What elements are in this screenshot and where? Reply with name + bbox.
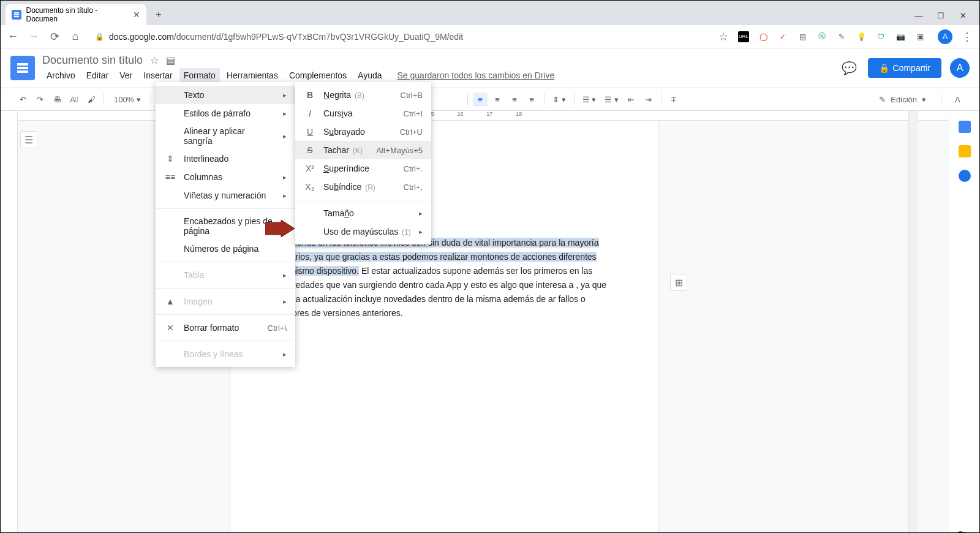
bookmark-star-button[interactable]: ☆ — [717, 30, 729, 43]
url-field[interactable]: 🔒 docs.google.com/document/d/1gf5wh9PPLw… — [90, 32, 709, 42]
ext-icon[interactable]: ▤ — [797, 31, 808, 42]
menu-shortcut: Ctrl+. — [404, 164, 423, 173]
ext-icon[interactable]: ▣ — [914, 31, 925, 42]
menu-complementos[interactable]: Complementos — [285, 68, 351, 83]
nav-reload-button[interactable]: ⟳ — [48, 30, 61, 43]
menu-icon: U — [304, 127, 316, 137]
save-status[interactable]: Se guardaron todos los cambios en Drive — [398, 70, 555, 80]
menu-item[interactable]: STachar (K)Alt+Mayús+5 — [295, 141, 431, 159]
menu-item[interactable]: Uso de mayúsculas (1)▸ — [295, 222, 431, 241]
menu-ver[interactable]: Ver — [115, 68, 137, 83]
move-folder-button[interactable]: ▤ — [166, 55, 175, 66]
menu-label: Tabla — [184, 270, 276, 280]
spellcheck-button[interactable]: Aͯ — [67, 93, 81, 107]
star-button[interactable]: ☆ — [150, 55, 159, 66]
menu-item[interactable]: ⇕Interlineado — [156, 149, 295, 168]
menu-item[interactable]: ✕Borrar formatoCtrl+\ — [156, 319, 295, 337]
lock-icon: 🔒 — [95, 32, 104, 41]
comments-button[interactable]: 💬 — [840, 58, 859, 78]
doc-paragraph[interactable]: caciones en los teléfonos móviles son si… — [282, 236, 614, 321]
menu-item[interactable]: Alinear y aplicar sangría▸ — [156, 123, 295, 149]
decrease-indent-button[interactable]: ⇤ — [624, 93, 639, 107]
calendar-icon[interactable] — [959, 121, 971, 133]
ext-icon[interactable]: ✓ — [777, 31, 788, 42]
menu-item[interactable]: X₂Subíndice (R)Ctrl+, — [295, 178, 431, 196]
browser-tab[interactable]: Documento sin título - Documen ✕ — [6, 4, 146, 25]
menu-herramientas[interactable]: Herramientas — [222, 68, 282, 83]
tab-close-icon[interactable]: ✕ — [133, 10, 140, 20]
support-chat-button[interactable]: 💭 — [949, 530, 971, 533]
numbered-list-button[interactable]: ☰ ▾ — [579, 93, 600, 107]
bullet-list-button[interactable]: ☰ ▾ — [601, 93, 622, 107]
align-justify-button[interactable]: ≡ — [524, 93, 539, 107]
print-button[interactable]: 🖶 — [50, 93, 64, 107]
tab-title: Documento sin título - Documen — [26, 6, 128, 23]
menu-formato[interactable]: Formato — [179, 68, 220, 83]
ext-icon[interactable]: 🛡 — [875, 31, 886, 42]
profile-avatar[interactable]: A — [938, 29, 952, 44]
line-spacing-button[interactable]: ⇕ ▾ — [549, 93, 569, 107]
menu-label: Bordes y líneas — [184, 349, 276, 359]
menu-editar[interactable]: Editar — [82, 68, 113, 83]
menu-item[interactable]: Texto▸ — [156, 86, 295, 104]
menu-item: Tabla▸ — [156, 266, 295, 284]
menu-archivo[interactable]: Archivo — [42, 68, 80, 83]
share-button[interactable]: 🔒 Compartir — [868, 58, 941, 78]
menu-insertar[interactable]: Insertar — [139, 68, 176, 83]
menu-item[interactable]: Números de página — [156, 240, 295, 258]
address-bar: ← → ⟳ ⌂ 🔒 docs.google.com/document/d/1gf… — [1, 25, 979, 48]
scrollbar[interactable] — [908, 111, 918, 533]
separator — [544, 93, 545, 105]
window-close-button[interactable]: ✕ — [959, 11, 967, 20]
undo-button[interactable]: ↶ — [15, 93, 30, 107]
menu-label: Borrar formato — [184, 323, 260, 333]
window-minimize-button[interactable]: — — [914, 11, 923, 20]
submenu-arrow-icon: ▸ — [283, 110, 287, 118]
collapse-toolbar-button[interactable]: ᐱ — [950, 93, 965, 107]
submenu-arrow-icon: ▸ — [419, 210, 423, 217]
align-center-button[interactable]: ≡ — [490, 93, 505, 107]
tasks-icon[interactable] — [959, 170, 971, 182]
keep-icon[interactable] — [959, 145, 971, 157]
pencil-icon: ✎ — [879, 95, 886, 104]
paint-format-button[interactable]: 🖌 — [84, 93, 99, 107]
submenu-arrow-icon: ▸ — [283, 271, 287, 279]
menu-ayuda[interactable]: Ayuda — [353, 68, 386, 83]
menu-item[interactable]: BNegrita (B)Ctrl+B — [295, 86, 431, 104]
menu-item[interactable]: ≡≡Columnas▸ — [156, 168, 295, 186]
docs-logo-icon[interactable] — [10, 56, 35, 80]
nav-home-button[interactable]: ⌂ — [69, 30, 81, 43]
align-left-button[interactable]: ≡ — [473, 93, 488, 107]
menu-item[interactable]: Estilos de párrafo▸ — [156, 104, 295, 123]
nav-back-button[interactable]: ← — [7, 30, 19, 43]
menu-separator — [156, 262, 295, 262]
ext-icon[interactable]: ✎ — [836, 31, 847, 42]
ext-icon[interactable]: 💡 — [856, 31, 867, 42]
menu-item[interactable]: Tamaño ▸ — [295, 204, 431, 222]
ext-icon[interactable]: Ⓚ — [816, 31, 827, 42]
account-avatar[interactable]: A — [950, 58, 970, 78]
clear-format-button[interactable]: T̶ — [666, 93, 681, 107]
align-right-button[interactable]: ≡ — [507, 93, 522, 107]
redo-button[interactable]: ↷ — [32, 93, 47, 107]
menu-icon: X₂ — [304, 182, 316, 192]
menu-item[interactable]: Viñetas y numeración▸ — [156, 186, 295, 205]
ext-icon[interactable]: ◯ — [758, 31, 769, 42]
toolbar: ↶ ↷ 🖶 Aͯ 🖌 100% ▾ Tex ≡ ≡ ≡ ≡ ⇕ ▾ ☰ ▾ ☰ … — [1, 88, 979, 111]
menu-item[interactable]: ICursiva Ctrl+I — [295, 104, 431, 123]
menu-icon: ⇕ — [164, 154, 176, 164]
ext-icon[interactable]: 📷 — [895, 31, 906, 42]
window-maximize-button[interactable]: ☐ — [937, 11, 945, 20]
menu-item[interactable]: USubrayado Ctrl+U — [295, 123, 431, 141]
menu-icon: S — [304, 145, 316, 155]
editing-mode-select[interactable]: ✎ Edición ▾ — [873, 93, 932, 107]
submenu-arrow-icon: ▸ — [283, 173, 287, 181]
menu-item[interactable]: X²Superíndice Ctrl+. — [295, 159, 431, 178]
increase-indent-button[interactable]: ⇥ — [641, 93, 656, 107]
zoom-select[interactable]: 100% ▾ — [109, 93, 146, 107]
document-title[interactable]: Documento sin título — [42, 54, 143, 67]
browser-menu-button[interactable]: ⋮ — [961, 30, 973, 43]
ext-icon[interactable]: URL — [738, 31, 749, 42]
new-tab-button[interactable]: + — [150, 6, 167, 23]
add-comment-button[interactable]: ⊞ — [670, 274, 687, 291]
